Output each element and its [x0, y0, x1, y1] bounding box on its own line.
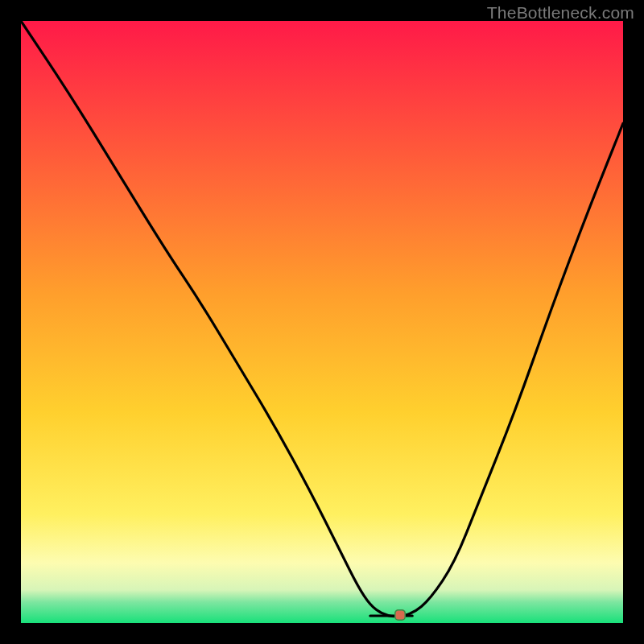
- plot-outer-border: [21, 21, 623, 623]
- data-marker: [394, 609, 406, 621]
- gradient-background: [21, 21, 623, 623]
- plot-area: [21, 21, 623, 623]
- chart-frame: TheBottleneck.com: [0, 0, 644, 644]
- chart-svg: [21, 21, 623, 623]
- watermark-text: TheBottleneck.com: [487, 3, 634, 23]
